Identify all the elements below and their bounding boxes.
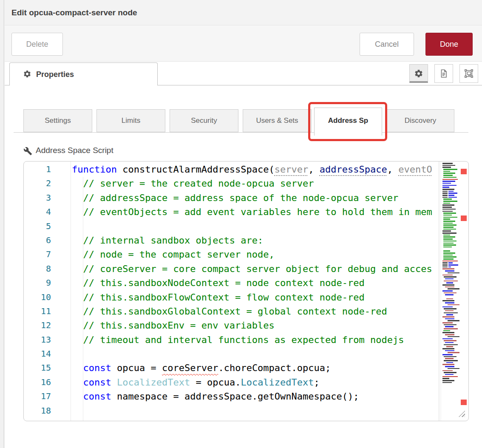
line-number: 14 xyxy=(24,347,71,361)
code-line[interactable]: // internal sandbox objects are: xyxy=(72,233,442,247)
tab-limits[interactable]: Limits xyxy=(96,109,165,132)
gutter-divider xyxy=(71,162,71,421)
dialog-title: Edit opcua-compact-server node xyxy=(11,0,137,26)
tab-properties[interactable]: Properties xyxy=(9,62,158,85)
dialog-toolbar: Delete Cancel Done xyxy=(5,26,482,61)
code-line[interactable]: const LocalizedText = opcua.LocalizedTex… xyxy=(72,375,442,389)
tab-settings[interactable]: Settings xyxy=(23,109,92,132)
node-description-icon-button[interactable] xyxy=(434,64,453,83)
done-button[interactable]: Done xyxy=(425,33,473,56)
code-line[interactable]: // timeout and interval functions as exp… xyxy=(72,333,442,347)
line-number: 15 xyxy=(24,361,71,375)
line-number: 17 xyxy=(24,389,71,403)
code-line[interactable]: const opcua = coreServer.choreCompact.op… xyxy=(72,361,442,375)
line-number: 9 xyxy=(24,276,71,290)
line-number: 18 xyxy=(24,404,71,418)
gear-icon xyxy=(23,70,31,78)
editor-resize-handle[interactable] xyxy=(459,411,465,417)
error-marker xyxy=(461,215,467,221)
line-number: 10 xyxy=(24,290,71,304)
line-number: 11 xyxy=(24,304,71,318)
node-appearance-icon xyxy=(464,69,473,78)
tab-address-space[interactable]: Address Sp xyxy=(314,108,382,136)
code-line[interactable]: // coreServer = core compact server obje… xyxy=(72,262,442,276)
code-line[interactable] xyxy=(72,219,442,233)
document-icon xyxy=(439,69,448,78)
tab-security[interactable]: Security xyxy=(170,109,238,132)
line-number: 6 xyxy=(24,233,71,247)
code-line[interactable]: // eventObjects = add event variables he… xyxy=(72,205,442,219)
delete-button[interactable]: Delete xyxy=(11,33,63,56)
line-number: 1 xyxy=(24,162,71,176)
line-number: 2 xyxy=(24,176,71,190)
line-number: 4 xyxy=(24,205,71,219)
tab-users-sets[interactable]: Users & Sets xyxy=(243,109,312,132)
code-line[interactable] xyxy=(72,347,442,361)
code-line[interactable]: // this.sandboxGlobalContext = global co… xyxy=(72,304,442,318)
code-line[interactable]: // this.sandboxNodeContext = node contex… xyxy=(72,276,442,290)
line-number: 7 xyxy=(24,247,71,261)
node-appearance-icon-button[interactable] xyxy=(459,64,478,83)
code-line[interactable]: // this.sandboxFlowContext = flow contex… xyxy=(72,290,442,304)
code-line[interactable]: // this.sandboxEnv = env variables xyxy=(72,318,442,332)
line-numbers: 12345678910111213141516171819 xyxy=(24,162,71,421)
tab-discovery[interactable]: Discovery xyxy=(386,109,454,132)
dialog-form: Properties Settings Limits Security User… xyxy=(5,61,482,448)
code-line[interactable]: // server = the created node-opcua serve… xyxy=(72,176,442,190)
line-number: 19 xyxy=(24,418,71,421)
line-number: 12 xyxy=(24,318,71,332)
code-line[interactable]: function constructAlarmAddressSpace(serv… xyxy=(72,162,442,176)
dialog-header: Edit opcua-compact-server node xyxy=(5,0,482,26)
section-title: Address Space Script xyxy=(36,146,113,155)
line-number: 13 xyxy=(24,333,71,347)
code-line[interactable]: // addressSpace = address space of the n… xyxy=(72,191,442,205)
line-number: 16 xyxy=(24,375,71,389)
code-line[interactable] xyxy=(72,404,442,418)
line-number: 5 xyxy=(24,219,71,233)
properties-tab-label: Properties xyxy=(36,63,74,86)
code-line[interactable]: const Variant = opcua.Variant; xyxy=(72,418,442,421)
cancel-button[interactable]: Cancel xyxy=(360,33,414,56)
error-marker xyxy=(461,400,467,405)
minimap[interactable] xyxy=(442,163,459,392)
edit-node-dialog: Edit opcua-compact-server node Delete Ca… xyxy=(0,0,482,448)
code-content[interactable]: function constructAlarmAddressSpace(serv… xyxy=(72,162,442,421)
line-number: 3 xyxy=(24,191,71,205)
line-number: 8 xyxy=(24,262,71,276)
code-editor[interactable]: 12345678910111213141516171819 function c… xyxy=(23,161,469,421)
page-left-gutter xyxy=(0,0,4,448)
gear-icon xyxy=(414,69,423,78)
tabs-baseline xyxy=(14,132,468,133)
minimap-shadow xyxy=(438,162,442,421)
node-properties-icon-button[interactable] xyxy=(409,64,428,83)
code-line[interactable]: const namespace = addressSpace.getOwnNam… xyxy=(72,389,442,403)
error-marker xyxy=(461,169,467,174)
code-line[interactable]: // node = the compact server node, xyxy=(72,247,442,261)
wrench-icon xyxy=(23,147,32,156)
